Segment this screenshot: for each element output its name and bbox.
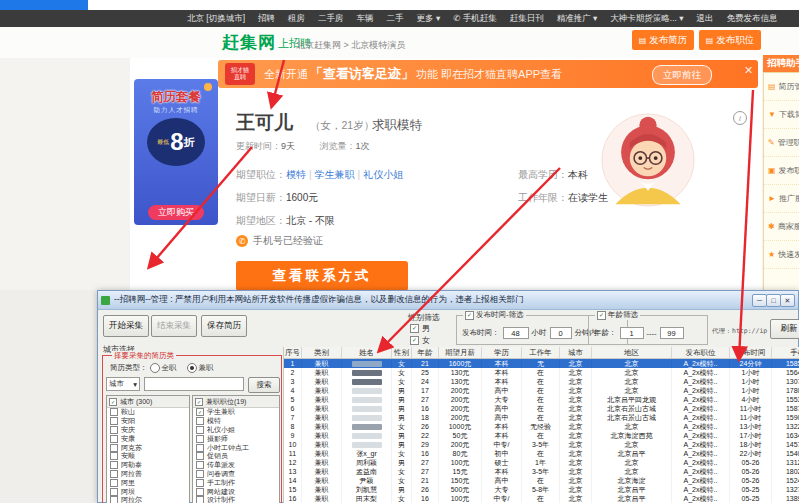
save-resume-button[interactable]: 保存简历 bbox=[201, 315, 247, 337]
female-checkbox[interactable]: ✓女 bbox=[410, 335, 430, 346]
sidebar-item-商家服务[interactable]: ✱商家服务 bbox=[764, 213, 799, 241]
search-button[interactable]: 搜索 bbox=[248, 377, 280, 393]
breadcrumb[interactable]: 北京赶集网 > 北京模特演员 bbox=[296, 39, 405, 52]
table-row[interactable]: 12兼职周利颖男27100元硕士1年北京北京A_2x模特..05-2613125… bbox=[284, 458, 799, 467]
age-min-input[interactable]: 1 bbox=[620, 327, 644, 339]
table-row[interactable]: 6兼职男16200元高中在北京北京石景山古城A_2x模特..11小时158731… bbox=[284, 404, 799, 413]
publish-job-button[interactable]: ▤ 发布职位 bbox=[699, 30, 761, 50]
city-list-item[interactable]: 安阳 bbox=[107, 417, 189, 426]
city-dropdown[interactable]: 城市 ▾ bbox=[106, 377, 140, 391]
expected-job-link[interactable]: 模特 bbox=[286, 169, 306, 180]
sidebar-item-下载简历[interactable]: ▼下载简历 bbox=[764, 101, 799, 129]
city-list-item[interactable]: 阿勒泰 bbox=[107, 461, 189, 470]
table-row[interactable]: 16兼职田末梨女16100元中专/在北京北京昌平A_2x模特..05-25138… bbox=[284, 494, 799, 503]
city-list-item[interactable]: 鞍山 bbox=[107, 408, 189, 417]
nav-item[interactable]: ✆ 手机赶集 bbox=[453, 13, 496, 25]
table-row[interactable]: 5兼职男27200元大专在北京北京昌平回龙观A_2x模特..4小时1553802… bbox=[284, 395, 799, 404]
table-row[interactable]: 4兼职男17200元高中在北京北京A_2x模特..1小时17804721 bbox=[284, 386, 799, 395]
column-header[interactable]: 序号 bbox=[284, 347, 302, 359]
expected-job-link[interactable]: 学生兼职 bbox=[315, 169, 355, 180]
column-header[interactable]: 发布时间 bbox=[730, 347, 772, 359]
column-header[interactable]: 地区 bbox=[592, 347, 672, 359]
time-filter-checkbox[interactable]: ✓发布时间-筛选 bbox=[463, 310, 526, 320]
browser-tab[interactable] bbox=[0, 0, 88, 10]
position-list-item[interactable]: 促销员 bbox=[193, 452, 279, 461]
maximize-button[interactable]: □ bbox=[766, 294, 781, 307]
nav-item[interactable]: 更多 ▾ bbox=[417, 13, 441, 25]
table-row[interactable]: 2兼职女25130元本科在北京北京A_2x模特..1小时15647235 bbox=[284, 368, 799, 377]
nav-item[interactable]: 二手房 bbox=[318, 13, 344, 25]
column-header[interactable]: 姓名 bbox=[342, 347, 392, 359]
nav-item[interactable]: 赶集日刊 bbox=[510, 13, 544, 25]
fulltime-radio[interactable] bbox=[150, 363, 160, 373]
table-row[interactable]: 8兼职女261000元本科无经验北京北京A_2x模特..13小时13224442 bbox=[284, 422, 799, 431]
filter-input[interactable] bbox=[144, 377, 244, 391]
position-list-item[interactable]: 传单派发 bbox=[193, 461, 279, 470]
site-logo[interactable]: 赶集网 bbox=[222, 31, 276, 54]
window-titlebar[interactable]: --招聘网--管理 : 严禁用户利用本网站所开发软件传播虚假诈骗信息，以及删改信… bbox=[98, 291, 798, 310]
column-header[interactable]: 期望月薪 bbox=[439, 347, 482, 359]
column-header[interactable]: 性别 bbox=[392, 347, 412, 359]
city-list-item[interactable]: 安顺 bbox=[107, 452, 189, 461]
city-list-item[interactable]: 阿里 bbox=[107, 478, 189, 487]
minimize-button[interactable]: ─ bbox=[752, 294, 767, 307]
hours-input[interactable]: 48 bbox=[503, 327, 529, 339]
column-header[interactable]: 学历 bbox=[482, 347, 522, 359]
banner-close-icon[interactable]: ✕ bbox=[744, 64, 753, 77]
age-filter-checkbox[interactable]: ✓年龄筛选 bbox=[595, 310, 640, 320]
position-list-item[interactable]: 礼仪小姐 bbox=[193, 426, 279, 435]
male-checkbox[interactable]: ✓男 bbox=[410, 323, 430, 334]
table-row[interactable]: 7兼职男18200元高中在北京北京石景山古城A_2x模特..11小时159004… bbox=[284, 413, 799, 422]
column-header[interactable]: 城市 bbox=[560, 347, 592, 359]
city-list-item[interactable]: 阿坝 bbox=[107, 487, 189, 496]
sidebar-item-简历管理[interactable]: ▤简历管理 bbox=[764, 73, 799, 101]
city-list-item[interactable]: 阿克苏 bbox=[107, 443, 189, 452]
nav-item[interactable]: 租房 bbox=[288, 13, 305, 25]
sidebar-item-推广服务[interactable]: ►推广服务 bbox=[764, 185, 799, 213]
age-max-input[interactable]: 99 bbox=[660, 327, 684, 339]
resume-package-ad[interactable]: 简历套餐 助力人才招聘 最低 8 折 立即购买 bbox=[134, 79, 218, 225]
view-contact-button[interactable]: 查看联系方式 bbox=[236, 261, 408, 291]
position-list-item[interactable]: 设计制作 bbox=[193, 496, 279, 503]
table-row[interactable]: 13兼职孟益南女2715元本科3-5年北京北京A_2x模特..05-261802… bbox=[284, 467, 799, 476]
sidebar-item-管理职位[interactable]: ✎管理职位 bbox=[764, 129, 799, 157]
position-list-header[interactable]: ✓ 兼职职位(19) bbox=[193, 396, 279, 408]
nav-item[interactable]: 大神卡期货策略... ▾ bbox=[610, 13, 683, 25]
nav-item[interactable]: 二手 bbox=[387, 13, 404, 25]
city-list-item[interactable]: 安庆 bbox=[107, 426, 189, 435]
column-header[interactable]: 发布职位 bbox=[672, 347, 730, 359]
table-row[interactable]: 14兼职尹颖女21150元高中在北京北京海淀A_2x模特..05-2615244… bbox=[284, 476, 799, 485]
column-header[interactable]: 年龄 bbox=[412, 347, 439, 359]
ad-buy-button[interactable]: 立即购买 bbox=[148, 205, 204, 220]
position-list-item[interactable]: 手工制作 bbox=[193, 478, 279, 487]
column-header[interactable]: 手机号 bbox=[772, 347, 799, 359]
table-row[interactable]: 10兼职男29200元中专/3-5年北京北京A_2x模特..18小时145720… bbox=[284, 440, 799, 449]
table-row[interactable]: 15兼职刘凯慧男26500元大专5-8年北京北京昌平A_2x模特..05-251… bbox=[284, 485, 799, 494]
position-list-item[interactable]: 模特 bbox=[193, 417, 279, 426]
minutes-input[interactable]: 0 bbox=[550, 327, 572, 339]
nav-item[interactable]: 北京 [切换城市] bbox=[187, 13, 245, 25]
sidebar-item-快速发布[interactable]: ★快速发布 bbox=[764, 241, 799, 269]
table-row[interactable]: 9兼职男2250元本科在北京北京海淀西苑A_2x模特..17小时16346495 bbox=[284, 431, 799, 440]
table-row[interactable]: 3兼职女24130元本科在北京北京A_2x模特..1小时13071275 bbox=[284, 377, 799, 386]
position-list-item[interactable]: 问卷调查 bbox=[193, 470, 279, 479]
city-list-item[interactable]: 安康 bbox=[107, 434, 189, 443]
info-icon[interactable]: i bbox=[733, 111, 747, 125]
table-row[interactable]: 11兼职张x_gr女1680元初中在北京北京昌平A_2x模特..22小时1540… bbox=[284, 449, 799, 458]
expected-job-link[interactable]: 礼仪小姐 bbox=[363, 169, 403, 180]
nav-item[interactable]: 招聘 bbox=[258, 13, 275, 25]
nav-item[interactable]: 车辆 bbox=[357, 13, 374, 25]
column-header[interactable]: 工作年 bbox=[522, 347, 560, 359]
city-list-header[interactable]: ✓ 城市 (300) bbox=[107, 396, 189, 408]
stop-collect-button[interactable]: 结束采集 bbox=[151, 315, 197, 337]
refresh-button[interactable]: 刷新 bbox=[770, 319, 799, 339]
nav-item[interactable]: 退出 bbox=[697, 13, 714, 25]
position-list-item[interactable]: 小时工钟点工 bbox=[193, 443, 279, 452]
nav-item[interactable]: 免费发布信息 bbox=[727, 13, 778, 25]
position-list-item[interactable]: ✓学生兼职 bbox=[193, 408, 279, 417]
banner-go-button[interactable]: 立即前往 bbox=[652, 65, 712, 85]
publish-resume-button[interactable]: ▤ 发布简历 bbox=[632, 30, 694, 50]
sidebar-item-发布职位[interactable]: ▣发布职位 bbox=[764, 157, 799, 185]
promo-banner[interactable]: 招才猫 直聘 全新开通 「查看访客足迹」 功能 即在招才猫直聘APP查看 立即前… bbox=[218, 60, 758, 88]
start-collect-button[interactable]: 开始采集 bbox=[103, 315, 149, 337]
